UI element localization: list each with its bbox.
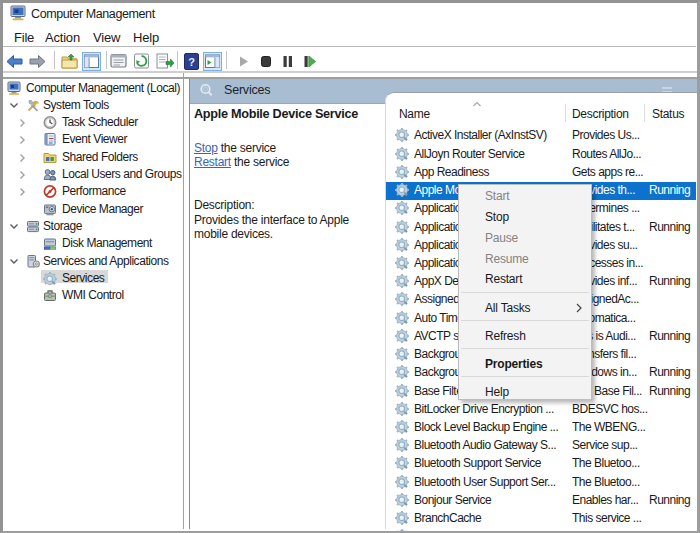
svg-text:?: ? [188, 56, 195, 68]
